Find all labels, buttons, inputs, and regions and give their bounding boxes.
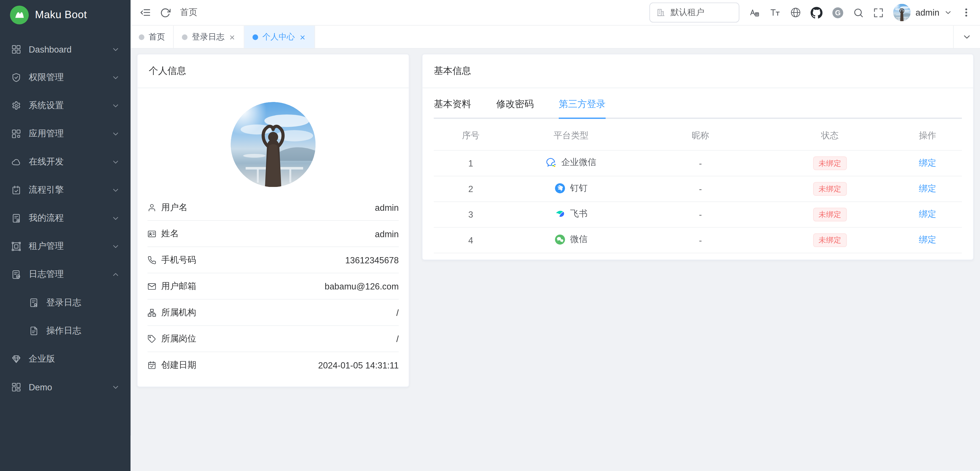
refresh-icon[interactable] — [160, 7, 170, 18]
tabs-bar: 首页 登录日志 × 个人中心 × — [130, 26, 980, 49]
chevron-down-icon — [112, 158, 119, 165]
sidebar-item-permissions[interactable]: 权限管理 — [0, 63, 130, 91]
sidebar-item-system-settings[interactable]: 系统设置 — [0, 91, 130, 119]
breadcrumb[interactable]: 首页 — [180, 7, 197, 18]
close-icon[interactable]: × — [229, 32, 235, 42]
bind-link[interactable]: 绑定 — [919, 235, 936, 244]
profile-avatar[interactable] — [231, 102, 316, 187]
fullscreen-icon[interactable] — [873, 7, 883, 18]
app-title: Maku Boot — [35, 9, 87, 21]
dashboard-grid-icon — [11, 44, 21, 54]
tab-dot — [182, 34, 188, 40]
chevron-down-icon — [112, 383, 119, 391]
basic-info-body: 基本资料 修改密码 第三方登录 序号 平台类型 昵称 状态 操作 — [422, 88, 973, 259]
apps-grid-icon — [11, 128, 21, 138]
bind-link[interactable]: 绑定 — [919, 158, 936, 168]
profile-card-title: 个人信息 — [138, 54, 409, 88]
user-menu[interactable]: admin — [893, 4, 951, 21]
screenshot-stage: Maku Boot Dashboard 权限管理 系统设置 应用管理 — [0, 0, 980, 471]
chevron-down-icon — [963, 32, 971, 41]
sidebar-collapse-icon[interactable] — [139, 7, 151, 18]
bind-link[interactable]: 绑定 — [919, 209, 936, 219]
bind-link[interactable]: 绑定 — [919, 183, 936, 193]
sidebar-menu: Dashboard 权限管理 系统设置 应用管理 在线开发 — [0, 30, 130, 471]
sidebar-item-demo[interactable]: Demo — [0, 373, 130, 401]
github-icon[interactable] — [811, 6, 822, 18]
tabs-dropdown-button[interactable] — [953, 26, 980, 48]
phone-icon — [148, 255, 156, 264]
close-icon[interactable]: × — [299, 32, 306, 42]
sidebar-item-workflow-engine[interactable]: 流程引擎 — [0, 176, 130, 204]
sidebar-item-app-management[interactable]: 应用管理 — [0, 120, 130, 148]
demo-grid-icon — [11, 382, 21, 392]
clipboard-check-icon — [11, 185, 21, 195]
platform-cell: 微信 — [554, 233, 588, 245]
envelope-icon — [148, 282, 156, 291]
tab-change-password[interactable]: 修改密码 — [496, 98, 534, 118]
tab-dot — [139, 34, 145, 40]
diamond-icon — [11, 354, 21, 364]
sidebar-item-my-flows[interactable]: 我的流程 — [0, 204, 130, 232]
sidebar-item-login-log[interactable]: 登录日志 — [0, 288, 130, 316]
sidebar-item-log-management[interactable]: 日志管理 — [0, 260, 130, 288]
field-fullname: 姓名 admin — [148, 221, 399, 247]
tab-profile-center[interactable]: 个人中心 × — [244, 26, 315, 48]
platform-cell: 飞书 — [554, 208, 588, 219]
platform-cell: 钉钉 — [554, 182, 588, 194]
status-badge: 未绑定 — [813, 233, 846, 247]
third-party-table: 序号 平台类型 昵称 状态 操作 1 — [434, 121, 962, 254]
document-lines-icon — [29, 326, 38, 335]
sidebar-item-online-dev[interactable]: 在线开发 — [0, 148, 130, 176]
col-action: 操作 — [893, 121, 962, 150]
tag-icon — [148, 334, 156, 343]
field-post: 所属岗位 / — [148, 326, 399, 352]
tab-third-party-login[interactable]: 第三方登录 — [558, 98, 606, 118]
user-icon — [148, 203, 156, 212]
profile-card: 个人信息 用户名 admin 姓名 admin — [137, 54, 409, 387]
chevron-down-icon — [112, 102, 119, 109]
basic-info-tabs: 基本资料 修改密码 第三方登录 — [434, 88, 962, 119]
tab-login-log[interactable]: 登录日志 × — [173, 26, 244, 48]
chevron-down-icon — [112, 130, 119, 137]
tenant-selector[interactable] — [649, 3, 739, 22]
tab-basic-profile[interactable]: 基本资料 — [434, 98, 471, 118]
field-mobile: 手机号码 13612345678 — [148, 247, 399, 273]
document-user-icon — [29, 297, 38, 307]
col-index: 序号 — [434, 121, 508, 150]
svg-text:G: G — [835, 8, 841, 16]
profile-avatar-wrap — [138, 88, 409, 194]
dingtalk-icon — [554, 182, 566, 194]
sidebar: Maku Boot Dashboard 权限管理 系统设置 应用管理 — [0, 0, 130, 471]
search-icon[interactable] — [853, 7, 864, 18]
gitee-icon[interactable]: G — [832, 6, 844, 18]
chevron-down-icon — [112, 242, 119, 250]
main-area: 首页 G — [130, 0, 980, 471]
font-size-icon[interactable] — [769, 7, 781, 18]
profile-fields: 用户名 admin 姓名 admin 手机号码 13612345678 — [138, 195, 409, 386]
table-row: 2 钉钉 - 未绑定 绑定 — [434, 176, 962, 202]
translate-icon[interactable] — [749, 7, 760, 18]
col-nickname: 昵称 — [635, 121, 766, 150]
page-content: 个人信息 用户名 admin 姓名 admin — [130, 49, 980, 471]
table-row: 1 企业微信 - 未绑定 绑定 — [434, 150, 962, 176]
chevron-up-icon — [112, 270, 119, 278]
sidebar-item-tenant-management[interactable]: 租户管理 — [0, 232, 130, 260]
org-tree-icon — [148, 308, 156, 317]
chevron-down-icon — [112, 186, 119, 193]
tenant-input[interactable] — [669, 7, 732, 18]
tenant-frame-icon — [11, 241, 21, 251]
kebab-menu-icon[interactable] — [961, 7, 971, 18]
document-user-icon — [11, 213, 21, 223]
globe-icon[interactable] — [790, 7, 801, 18]
sidebar-item-dashboard[interactable]: Dashboard — [0, 35, 130, 63]
feishu-icon — [554, 208, 566, 219]
app-shell: Maku Boot Dashboard 权限管理 系统设置 应用管理 — [0, 0, 980, 471]
status-badge: 未绑定 — [813, 182, 846, 196]
wecom-icon — [546, 157, 557, 168]
sidebar-item-enterprise[interactable]: 企业版 — [0, 345, 130, 373]
chevron-down-icon — [112, 73, 119, 81]
tab-home[interactable]: 首页 — [130, 26, 173, 48]
platform-cell: 企业微信 — [546, 157, 596, 168]
app-logo[interactable]: Maku Boot — [0, 0, 130, 30]
sidebar-item-operation-log[interactable]: 操作日志 — [0, 316, 130, 345]
